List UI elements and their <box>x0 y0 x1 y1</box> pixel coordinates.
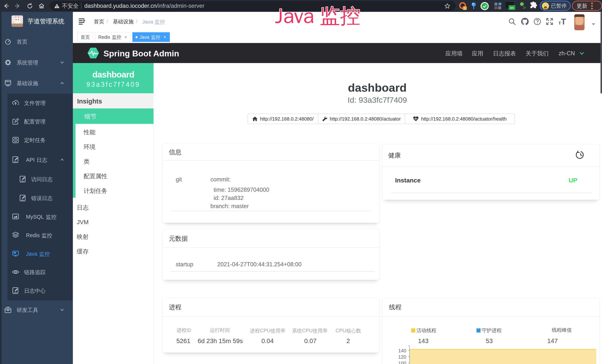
svg-text:on: on <box>510 6 514 9</box>
svg-text:1: 1 <box>464 7 466 10</box>
